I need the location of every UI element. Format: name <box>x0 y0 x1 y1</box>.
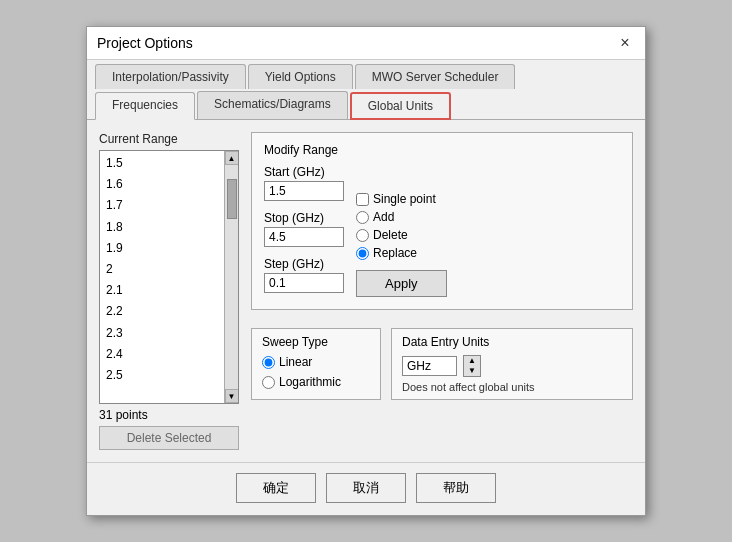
single-point-label: Single point <box>373 192 436 206</box>
step-label: Step (GHz) <box>264 257 344 271</box>
start-label: Start (GHz) <box>264 165 344 179</box>
title-bar: Project Options × <box>87 27 645 60</box>
tabs-container: Interpolation/Passivity Yield Options MW… <box>87 60 645 120</box>
logarithmic-label: Logarithmic <box>279 375 341 389</box>
list-item[interactable]: 1.8 <box>102 217 222 238</box>
logarithmic-radio[interactable] <box>262 376 275 389</box>
list-item[interactable]: 1.7 <box>102 195 222 216</box>
tab-schematics[interactable]: Schematics/Diagrams <box>197 91 348 119</box>
tab-interpolation[interactable]: Interpolation/Passivity <box>95 64 246 89</box>
replace-radio[interactable] <box>356 247 369 260</box>
spinner: ▲ ▼ <box>463 355 481 377</box>
modify-range-content: Start (GHz) Stop (GHz) Step (GHz) <box>264 165 620 299</box>
data-entry-note: Does not affect global units <box>402 381 622 393</box>
modify-range-title: Modify Range <box>264 143 620 157</box>
scrollbar[interactable]: ▲ ▼ <box>224 151 238 403</box>
sweep-type-box: Sweep Type Linear Logarithmic <box>251 328 381 400</box>
linear-radio[interactable] <box>262 356 275 369</box>
delete-radio-label[interactable]: Delete <box>356 228 447 242</box>
stop-label: Stop (GHz) <box>264 211 344 225</box>
linear-label: Linear <box>279 355 312 369</box>
content-area: Current Range 1.51.61.71.81.922.12.22.32… <box>87 120 645 462</box>
apply-button[interactable]: Apply <box>356 270 447 297</box>
dialog-title: Project Options <box>97 35 193 51</box>
help-button[interactable]: 帮助 <box>416 473 496 503</box>
step-field-group: Step (GHz) <box>264 257 344 293</box>
delete-selected-button[interactable]: Delete Selected <box>99 426 239 450</box>
current-range-label: Current Range <box>99 132 239 146</box>
list-item[interactable]: 2.5 <box>102 365 222 386</box>
current-range-panel: Current Range 1.51.61.71.81.922.12.22.32… <box>99 132 239 450</box>
add-radio[interactable] <box>356 211 369 224</box>
spinner-down[interactable]: ▼ <box>464 366 480 376</box>
linear-radio-label[interactable]: Linear <box>262 355 370 369</box>
stop-input[interactable] <box>264 227 344 247</box>
data-entry-row: ▲ ▼ <box>402 355 622 377</box>
points-count: 31 points <box>99 408 239 422</box>
tab-global-units[interactable]: Global Units <box>350 92 451 120</box>
start-input[interactable] <box>264 181 344 201</box>
inputs-column: Start (GHz) Stop (GHz) Step (GHz) <box>264 165 344 299</box>
scrollbar-thumb[interactable] <box>227 179 237 219</box>
frequency-listbox[interactable]: 1.51.61.71.81.922.12.22.32.42.5 <box>100 151 224 403</box>
list-item[interactable]: 1.6 <box>102 174 222 195</box>
cancel-button[interactable]: 取消 <box>326 473 406 503</box>
spinner-up[interactable]: ▲ <box>464 356 480 366</box>
list-item[interactable]: 2.1 <box>102 280 222 301</box>
close-button[interactable]: × <box>615 33 635 53</box>
tab-row-1: Interpolation/Passivity Yield Options MW… <box>87 60 645 89</box>
delete-radio[interactable] <box>356 229 369 242</box>
list-item[interactable]: 2.3 <box>102 323 222 344</box>
bottom-row: Sweep Type Linear Logarithmic Data Entry… <box>251 328 633 400</box>
tab-frequencies[interactable]: Frequencies <box>95 92 195 120</box>
data-entry-input[interactable] <box>402 356 457 376</box>
tab-row-2: Frequencies Schematics/Diagrams Global U… <box>87 89 645 120</box>
add-label: Add <box>373 210 394 224</box>
project-options-dialog: Project Options × Interpolation/Passivit… <box>86 26 646 516</box>
list-item[interactable]: 1.5 <box>102 153 222 174</box>
tab-yield[interactable]: Yield Options <box>248 64 353 89</box>
replace-label: Replace <box>373 246 417 260</box>
list-item[interactable]: 2.2 <box>102 301 222 322</box>
footer: 确定 取消 帮助 <box>87 462 645 515</box>
single-point-checkbox[interactable] <box>356 193 369 206</box>
list-item[interactable]: 2.4 <box>102 344 222 365</box>
logarithmic-radio-label[interactable]: Logarithmic <box>262 375 370 389</box>
confirm-button[interactable]: 确定 <box>236 473 316 503</box>
step-input[interactable] <box>264 273 344 293</box>
scroll-up-arrow[interactable]: ▲ <box>225 151 239 165</box>
list-item[interactable]: 1.9 <box>102 238 222 259</box>
stop-field-group: Stop (GHz) <box>264 211 344 247</box>
tab-mwo[interactable]: MWO Server Scheduler <box>355 64 516 89</box>
start-field-group: Start (GHz) <box>264 165 344 201</box>
replace-radio-label[interactable]: Replace <box>356 246 447 260</box>
modify-range-box: Modify Range Start (GHz) Stop (GHz) <box>251 132 633 310</box>
data-entry-box: Data Entry Units ▲ ▼ Does not affect glo… <box>391 328 633 400</box>
right-panel: Modify Range Start (GHz) Stop (GHz) <box>251 132 633 450</box>
delete-label: Delete <box>373 228 408 242</box>
list-item[interactable]: 2 <box>102 259 222 280</box>
radios-column: Single point Add Delete <box>356 165 447 299</box>
single-point-radio-label[interactable]: Single point <box>356 192 447 206</box>
scroll-down-arrow[interactable]: ▼ <box>225 389 239 403</box>
main-section: Current Range 1.51.61.71.81.922.12.22.32… <box>99 132 633 450</box>
add-radio-label[interactable]: Add <box>356 210 447 224</box>
sweep-type-title: Sweep Type <box>262 335 370 349</box>
data-entry-title: Data Entry Units <box>402 335 622 349</box>
listbox-container: 1.51.61.71.81.922.12.22.32.42.5 ▲ ▼ <box>99 150 239 404</box>
